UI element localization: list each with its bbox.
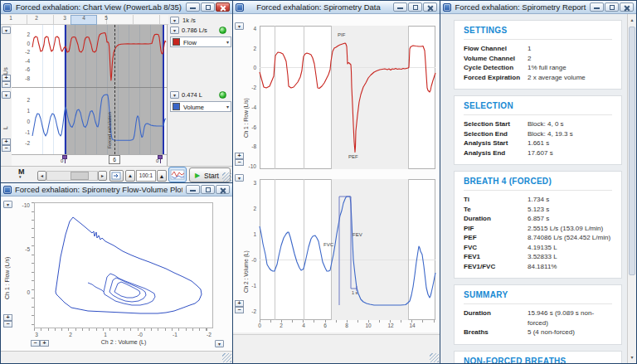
scrollbar-thumb[interactable] [71, 172, 89, 180]
scrollbar-thumb[interactable] [629, 27, 635, 275]
analysis-selection-region[interactable] [331, 26, 408, 169]
axis-tick-label: -1 [173, 332, 177, 337]
status-strip [233, 334, 440, 364]
y-axis-label: Ch 1 : Flow (L/s) [4, 233, 10, 299]
title-bar[interactable]: Forced exhalation: Spirometry Data [233, 1, 440, 14]
report-row-label: Analysis End [464, 148, 528, 158]
block-number: 3 [63, 15, 66, 21]
zoom-in-icon[interactable]: + [3, 314, 12, 321]
channel1-name: Flow [183, 39, 197, 46]
resize-grip[interactable] [222, 172, 231, 182]
comment-number-box[interactable]: 6 [109, 155, 120, 164]
channel2-selector[interactable]: Volume ▾ [170, 101, 231, 112]
close-icon[interactable] [620, 2, 634, 12]
close-icon[interactable] [216, 185, 230, 194]
report-row-value: 3.52833 L [528, 252, 557, 262]
comment-cursor-line[interactable] [114, 25, 115, 154]
channel1-selector[interactable]: Flow ▾ [170, 36, 231, 47]
scroll-left-icon[interactable]: ◂ [37, 171, 46, 181]
compress-right-icon[interactable]: ▲ [157, 170, 167, 182]
title-bar[interactable]: Forced exhalation: Spirometry Report [440, 1, 636, 14]
axis-dropdown-icon[interactable]: ▾ [3, 201, 12, 208]
compression-ratio[interactable]: 100:1 [136, 170, 156, 182]
minimize-icon[interactable] [186, 2, 200, 12]
report-row-value: 17.607 s [528, 148, 553, 158]
report-row-value: 1.661 s [528, 138, 549, 148]
axis-tick-label: 6 [323, 323, 327, 328]
scope-view-button[interactable] [168, 167, 187, 182]
title-bar[interactable]: Forced exhalation: Spirometry Flow-Volum… [1, 183, 232, 197]
restore-icon[interactable] [605, 2, 619, 12]
channel2-color-swatch [173, 103, 180, 110]
report-row: Cycle Detection1% full range [464, 63, 612, 73]
report-row: PEF8.74086 L/s (524.452 L/min) [464, 233, 612, 243]
report-section: BREATH 4 (FORCED)Ti1.734 sTe5.123 sDurat… [454, 171, 622, 279]
zoom-out-icon[interactable]: − [2, 81, 11, 88]
channel2-live-value[interactable]: 0.474 L [182, 91, 202, 99]
report-row: Breaths5 (4 non-forced) [464, 328, 612, 337]
close-icon[interactable] [216, 2, 230, 12]
rate-dropdown-icon[interactable]: ▾ [170, 17, 179, 24]
axis-tick-label: 0 [258, 323, 261, 328]
window-buttons [186, 2, 230, 12]
channel2-name: Volume [183, 104, 204, 111]
minimize-icon[interactable] [590, 2, 604, 12]
scale-dropdown-icon[interactable]: ▾ [2, 27, 11, 34]
report-row-value: 2.5515 L/s (153.09 L/min) [528, 224, 603, 234]
report-sections: SETTINGSFlow Channel1Volume Channel2Cycl… [440, 14, 627, 364]
zoom-in-icon[interactable]: + [40, 340, 49, 347]
zoom-in-icon[interactable]: + [2, 138, 11, 145]
title-bar[interactable]: Forced exhalation: Chart View (PowerLab … [1, 1, 232, 14]
compress-left-icon[interactable]: ▲ [125, 170, 135, 182]
time-axis[interactable] [12, 154, 167, 166]
report-row-label: FEV1 [464, 252, 528, 262]
minimize-icon[interactable] [186, 185, 200, 194]
resize-grip[interactable] [430, 353, 439, 362]
report-row-value: 4.19135 L [528, 243, 557, 253]
comment-text: Forced exhalation [107, 97, 112, 148]
report-section-header: BREATH 4 (FORCED) [464, 177, 612, 191]
scale-dropdown-icon[interactable]: ▾ [2, 91, 11, 99]
report-row-label: Analysis Start [464, 138, 528, 148]
zoom-out-icon[interactable]: − [235, 307, 244, 313]
close-icon[interactable] [423, 2, 437, 12]
breath-boundary-gridline [331, 26, 332, 169]
zoom-out-icon[interactable]: − [31, 340, 40, 347]
range-dropdown-icon[interactable]: ▾ [170, 91, 179, 99]
zero-gridline [260, 260, 435, 260]
analysis-selection-region[interactable] [331, 179, 408, 320]
scroll-down-icon[interactable]: ▾ [628, 352, 636, 362]
breath-boundary-gridline [408, 179, 409, 320]
sample-rate-value[interactable]: 1k /s [182, 17, 196, 24]
report-section-header: NON-FORCED BREATHS [464, 357, 612, 364]
restore-icon[interactable] [408, 2, 422, 12]
channel1-unit-label: L/s [2, 46, 8, 75]
flow-volume-plot-area[interactable] [34, 202, 213, 328]
report-row-label: PEF [464, 233, 528, 243]
zoom-out-icon[interactable]: − [2, 145, 11, 152]
report-row: Duration15.946 s (9.089 s non-forced) [464, 308, 612, 328]
window-buttons [590, 2, 634, 12]
report-section-header: SUMMARY [464, 290, 612, 304]
axis-tick-label: 4 [302, 323, 305, 328]
report-row-value: Block: 4, 19.3 s [528, 129, 573, 139]
channel1-live-value[interactable]: 0.786 L/s [182, 27, 207, 34]
scroll-up-icon[interactable]: ▴ [628, 15, 636, 25]
zoom-in-icon[interactable]: + [2, 75, 11, 81]
restore-icon[interactable] [201, 2, 215, 12]
restore-icon[interactable] [201, 185, 215, 194]
zoom-in-icon[interactable]: + [235, 300, 244, 307]
axis-dropdown-icon[interactable]: ▾ [215, 340, 224, 347]
go-to-end-button[interactable] [109, 170, 124, 182]
minimize-icon[interactable] [393, 2, 407, 12]
channel2-status-led-icon [219, 91, 226, 99]
axis-tick-label: 3 [35, 332, 38, 337]
range-dropdown-icon[interactable]: ▾ [170, 27, 179, 34]
scroll-right-icon[interactable]: ▸ [98, 171, 107, 181]
resize-grip[interactable] [222, 353, 231, 362]
axis-tick-label: -2 [251, 308, 256, 314]
app-icon [443, 3, 451, 12]
pef-annotation: PEF [348, 154, 358, 159]
axis-tick-label: -0 [251, 257, 256, 263]
zoom-out-icon[interactable]: − [3, 321, 12, 328]
